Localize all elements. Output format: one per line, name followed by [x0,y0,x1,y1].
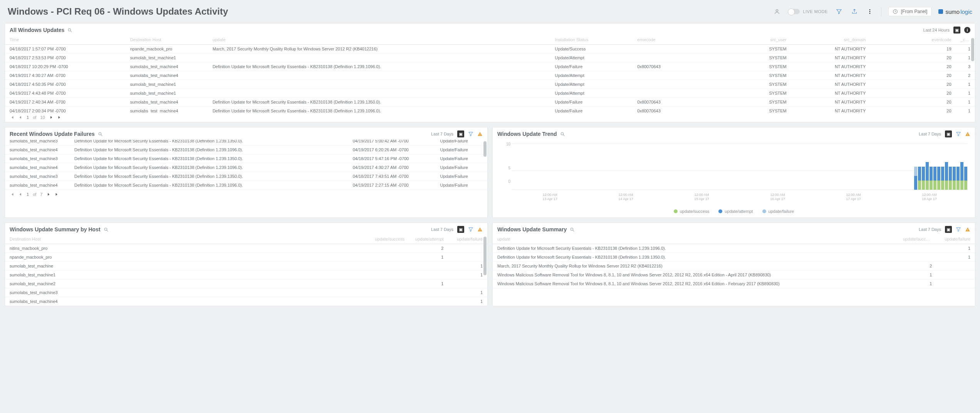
search-icon[interactable] [67,28,72,33]
table-row[interactable]: 04/18/2017 10:20:29 PM -0700sumolabs_tes… [5,62,975,71]
panel-recent-failures: Recent Windows Update Failures Last 7 Da… [5,127,488,218]
col-src-user[interactable]: src_user [709,36,791,45]
table-row[interactable]: Windows Malicious Software Removal Tool … [493,279,975,288]
table-row[interactable]: Windows Malicious Software Removal Tool … [493,271,975,279]
search-icon[interactable] [104,227,109,232]
xtick: 12:00 AM16 Apr 17 [770,193,785,201]
page-first-icon[interactable] [10,192,14,197]
page-last-icon[interactable] [55,192,59,197]
col-time[interactable]: Time [5,36,126,45]
xtick: 12:00 AM17 Apr 17 [846,193,861,201]
expand-icon[interactable]: ▣ [945,130,952,137]
col-failure[interactable]: update/failure [448,235,487,244]
col-update[interactable]: update [208,36,550,45]
search-icon[interactable] [98,132,103,137]
col-host[interactable]: Destination Host [126,36,208,45]
filter-icon[interactable] [468,227,473,232]
panel-range: Last 7 Days [919,227,941,232]
page-next-icon[interactable] [49,115,54,120]
col-success[interactable]: update/success [898,235,936,244]
page-prev-icon[interactable] [18,192,23,197]
filter-icon[interactable] [468,131,473,137]
expand-icon[interactable]: ▣ [457,226,464,233]
table-row[interactable]: Definition Update for Microsoft Security… [493,253,975,262]
page-first-icon[interactable] [10,115,14,120]
scrollbar[interactable] [483,235,487,306]
table-row[interactable]: sumolabs_test_machine3Definition Update … [5,172,487,181]
table-row[interactable]: nitins_macbook_pro2 [5,244,487,253]
col-eventcode[interactable]: eventcode [870,36,956,45]
xtick: 12:00 AM15 Apr 17 [694,193,709,201]
col-success[interactable]: update/success [370,235,409,244]
page-last-icon[interactable] [57,115,62,120]
table-row[interactable]: 04/18/2017 4:50:35 PM -0700sumolab_test_… [5,80,975,89]
col-attempt[interactable]: update/attempt [409,235,448,244]
search-icon[interactable] [570,227,575,232]
table-row[interactable]: 04/18/2017 1:57:07 PM -0700npande_macboo… [5,45,975,54]
table-row[interactable]: sumolab_test_machine21 [5,279,487,288]
col-host[interactable]: Destination Host [5,235,370,244]
table-row[interactable]: sumolabs_test_machine41 [5,297,487,306]
live-mode-toggle[interactable]: LIVE MODE [788,9,827,14]
filter-icon[interactable] [956,227,961,232]
col-update[interactable]: update [493,235,898,244]
expand-icon[interactable]: ▣ [953,27,960,33]
panel-all-updates: All Windows Updates Last 24 Hours ▣ i Ti… [5,23,975,122]
summary-table: update update/success update/failure Def… [493,235,975,288]
table-row[interactable]: npande_macbook_pro1 [5,253,487,262]
page-current: 1 [27,115,29,120]
table-row[interactable]: 04/18/2017 2:53:53 PM -0700sumolab_test_… [5,54,975,62]
panel-range: Last 7 Days [919,132,941,136]
info-icon[interactable]: i [964,27,970,33]
alert-icon[interactable] [965,227,970,232]
panel-update-trend: Windows Update Trend Last 7 Days ▣ 10 5 … [492,127,975,218]
table-row[interactable]: 04/19/2017 4:30:27 AM -0700sumolabs_test… [5,71,975,80]
col-errorcode[interactable]: errorcode [633,36,708,45]
alert-icon[interactable] [477,227,483,232]
col-failure[interactable]: update/failure [936,235,975,244]
col-status[interactable]: Installation Status [550,36,633,45]
scrollbar[interactable] [971,36,974,113]
share-icon[interactable] [850,7,859,16]
scrollbar[interactable] [483,140,487,190]
by-host-table: Destination Host update/success update/a… [5,235,487,306]
table-row[interactable]: sumolabs_test_machine4Definition Update … [5,145,487,154]
table-row[interactable]: sumolab_test_machine1 [5,262,487,271]
sumologic-logo: sumologic [938,8,972,15]
table-row[interactable]: 04/19/2017 2:40:34 AM -0700sumolabs_test… [5,98,975,107]
panel-title: Recent Windows Update Failures [10,131,103,137]
expand-icon[interactable]: ▣ [457,130,464,137]
table-row[interactable]: March, 2017 Security Monthly Quality Rol… [493,262,975,271]
table-row[interactable]: sumolabs_test_machine31 [5,288,487,297]
filter-icon[interactable] [956,131,961,137]
table-row[interactable]: sumolabs_test_machine4Definition Update … [5,163,487,172]
page-next-icon[interactable] [46,192,51,197]
search-icon[interactable] [560,132,565,137]
xtick: 12:00 AM14 Apr 17 [618,193,633,201]
page-prev-icon[interactable] [18,115,23,120]
col-src-domain[interactable]: src_domain [791,36,871,45]
table-row[interactable]: sumolabs_test_machine3Definition Update … [5,154,487,163]
time-range-selector[interactable]: [From Panel] [888,7,932,16]
alert-icon[interactable] [477,131,483,137]
panel-summary-by-host: Windows Update Summary by Host Last 7 Da… [5,222,488,306]
table-row[interactable]: 04/18/2017 2:00:34 PM -0700sumolabs_test… [5,107,975,113]
page-title: Windows - PCI Req 06 - Windows Updates A… [8,6,228,17]
failures-table: sumolabs_test_machine3Definition Update … [5,140,487,190]
table-row[interactable]: 04/19/2017 4:43:48 PM -0700sumolab_test_… [5,89,975,98]
live-mode-label: LIVE MODE [803,9,827,14]
filter-icon[interactable] [835,7,843,16]
all-updates-table: Time Destination Host update Installatio… [5,36,975,113]
xtick: 12:00 AM13 Apr 17 [542,193,557,201]
more-icon[interactable] [866,7,874,16]
table-row[interactable]: Definition Update for Microsoft Security… [493,244,975,253]
table-row[interactable]: sumolab_test_machine11 [5,271,487,279]
alert-icon[interactable] [965,131,970,137]
panel-title: Windows Update Summary [497,226,575,232]
expand-icon[interactable]: ▣ [945,226,952,233]
table-row[interactable]: sumolabs_test_machine3Definition Update … [5,140,487,145]
top-bar: Windows - PCI Req 06 - Windows Updates A… [0,0,980,23]
ytick: 10 [506,142,510,146]
user-icon[interactable] [773,7,781,16]
table-row[interactable]: sumolabs_test_machine4Definition Update … [5,181,487,190]
